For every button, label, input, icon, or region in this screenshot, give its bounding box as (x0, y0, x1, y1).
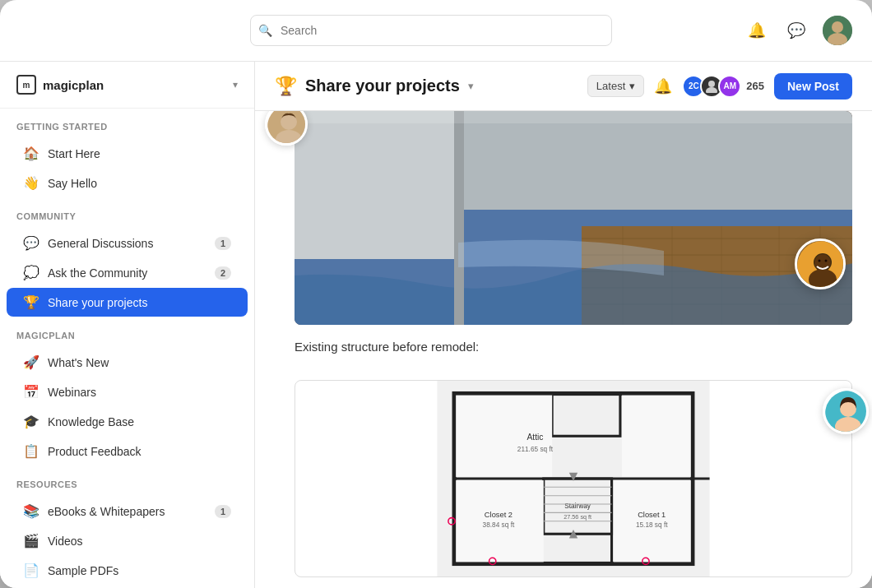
latest-label: Latest (596, 80, 625, 92)
message-icon[interactable]: 💬 (783, 17, 809, 44)
top-bar-right: 🔔 💬 (744, 16, 852, 45)
svg-text:211.65 sq ft: 211.65 sq ft (517, 445, 554, 452)
trophy-header-icon: 🏆 (275, 76, 297, 97)
sidebar-item-videos[interactable]: 🎬 Videos (7, 526, 248, 555)
document-icon: 📄 (23, 563, 39, 578)
avatar-cluster: 2C AM 265 (682, 75, 764, 98)
wave-icon: 👋 (23, 175, 39, 191)
user-avatar-top[interactable] (823, 16, 852, 45)
svg-point-61 (825, 260, 828, 262)
sidebar-item-ask-community[interactable]: 💭 Ask the Community 2 (7, 258, 248, 287)
content-header: 🏆 Share your projects ▾ Latest ▾ 🔔 2C (255, 62, 872, 111)
svg-text:Closet 1: Closet 1 (638, 510, 666, 518)
post-remodel-image (295, 111, 852, 325)
sidebar-item-general-discussions[interactable]: 💬 General Discussions 1 (7, 229, 248, 257)
badge-ebooks: 1 (215, 505, 231, 518)
sidebar-label-ebooks: eBooks & Whitepapers (48, 505, 165, 518)
search-container: 🔍 (250, 15, 612, 46)
sidebar-item-whats-new[interactable]: 🚀 What's New (7, 348, 248, 377)
new-post-button[interactable]: New Post (774, 73, 852, 100)
logo-mark: m (16, 75, 36, 95)
sidebar-chevron-icon[interactable]: ▾ (233, 79, 238, 90)
sidebar-label-product-feedback: Product Feedback (48, 445, 141, 458)
floor-plan-svg: Attic 211.65 sq ft Closet 1 15.18 sq ft … (295, 381, 851, 576)
sidebar-item-sample-pdfs[interactable]: 📄 Sample PDFs (7, 556, 248, 585)
sidebar-label-share-projects: Share your projects (48, 296, 147, 309)
sidebar-label-videos: Videos (48, 535, 83, 548)
latest-filter-dropdown[interactable]: Latest ▾ (587, 75, 644, 97)
section-title-getting-started: GETTING STARTED (0, 109, 254, 138)
logo-area[interactable]: m magicplan (16, 75, 104, 95)
home-icon: 🏠 (23, 146, 39, 161)
latest-chevron-icon: ▾ (629, 80, 635, 92)
graduation-icon: 🎓 (23, 414, 39, 429)
section-title-community: COMMUNITY (0, 198, 254, 228)
svg-rect-23 (454, 111, 464, 325)
thought-bubble-icon: 💭 (23, 265, 39, 280)
sidebar-label-start-here: Start Here (48, 147, 100, 160)
floating-avatar-woman[interactable] (823, 388, 869, 434)
svg-text:38.84 sq ft: 38.84 sq ft (483, 521, 515, 528)
svg-text:27.56 sq ft: 27.56 sq ft (564, 512, 591, 520)
app-content: m magicplan ▾ GETTING STARTED 🏠 Start He… (0, 62, 872, 588)
content-title: Share your projects (305, 76, 460, 95)
device-frame: 🔍 🔔 💬 m magicplan ▾ (0, 0, 872, 588)
floating-avatar-woman-svg (825, 391, 869, 434)
sidebar-label-say-hello: Say Hello (48, 177, 97, 190)
top-bar: 🔍 🔔 💬 (0, 0, 872, 62)
sidebar-label-webinars: Webinars (48, 386, 96, 399)
sidebar-item-share-projects[interactable]: 🏆 Share your projects (7, 288, 248, 317)
remodel-photo-svg (295, 111, 852, 325)
content-title-chevron-icon[interactable]: ▾ (468, 80, 474, 92)
svg-text:Attic: Attic (526, 433, 543, 442)
sidebar-label-sample-pdfs: Sample PDFs (48, 564, 118, 577)
notification-bell-icon[interactable]: 🔔 (744, 17, 770, 44)
svg-point-3 (708, 81, 715, 87)
sidebar-label-general-discussions: General Discussions (48, 237, 153, 250)
svg-rect-24 (295, 111, 852, 123)
sidebar-item-webinars[interactable]: 📅 Webinars (7, 377, 248, 406)
floating-avatar-man[interactable] (795, 238, 846, 289)
sidebar-item-say-hello[interactable]: 👋 Say Hello (7, 169, 248, 197)
svg-rect-10 (295, 111, 458, 259)
svg-text:Closet 2: Closet 2 (485, 510, 513, 518)
sidebar-item-ebooks[interactable]: 📚 eBooks & Whitepapers 1 (7, 497, 248, 525)
badge-ask-community: 2 (215, 266, 231, 280)
clipboard-icon: 📋 (23, 443, 39, 459)
floor-plan-area: Attic 211.65 sq ft Closet 1 15.18 sq ft … (255, 380, 872, 589)
sidebar-item-knowledge-base[interactable]: 🎓 Knowledge Base (7, 407, 248, 436)
search-icon: 🔍 (258, 24, 272, 37)
section-title-resources: RESOURCES (0, 466, 254, 496)
svg-point-1 (832, 21, 843, 33)
svg-text:15.18 sq ft: 15.18 sq ft (636, 521, 668, 528)
search-input[interactable] (250, 15, 612, 46)
content-scroll[interactable]: Existing structure before remodel: (255, 111, 872, 588)
user-face-svg (823, 16, 852, 45)
post-text-area: Existing structure before remodel: (255, 325, 872, 380)
section-title-magicplan: MAGICPLAN (0, 317, 254, 347)
svg-point-60 (819, 260, 821, 262)
logo-text: magicplan (43, 78, 104, 92)
content-bell-icon[interactable]: 🔔 (654, 77, 672, 95)
books-icon: 📚 (23, 503, 39, 519)
video-icon: 🎬 (23, 533, 39, 549)
badge-general-discussions: 1 (215, 237, 231, 250)
sidebar-item-product-feedback[interactable]: 📋 Product Feedback (7, 437, 248, 465)
sidebar-label-whats-new: What's New (48, 356, 109, 369)
main-content: 🏆 Share your projects ▾ Latest ▾ 🔔 2C (255, 62, 872, 588)
calendar-icon: 📅 (23, 384, 39, 400)
cluster-count: 265 (746, 80, 764, 92)
rocket-icon: 🚀 (23, 354, 39, 370)
sidebar: m magicplan ▾ GETTING STARTED 🏠 Start He… (0, 62, 255, 588)
sidebar-label-knowledge-base: Knowledge Base (48, 415, 134, 428)
trophy-sidebar-icon: 🏆 (23, 294, 39, 310)
cluster-avatar-3[interactable]: AM (718, 75, 741, 98)
sidebar-header: m magicplan ▾ (0, 62, 254, 109)
svg-rect-32 (622, 395, 691, 476)
chat-icon: 💬 (23, 235, 39, 251)
svg-point-4 (706, 87, 717, 93)
sidebar-item-start-here[interactable]: 🏠 Start Here (7, 139, 248, 168)
floor-plan-image: Attic 211.65 sq ft Closet 1 15.18 sq ft … (295, 380, 852, 577)
post-caption: Existing structure before remodel: (295, 338, 852, 357)
sidebar-label-ask-community: Ask the Community (48, 266, 147, 280)
